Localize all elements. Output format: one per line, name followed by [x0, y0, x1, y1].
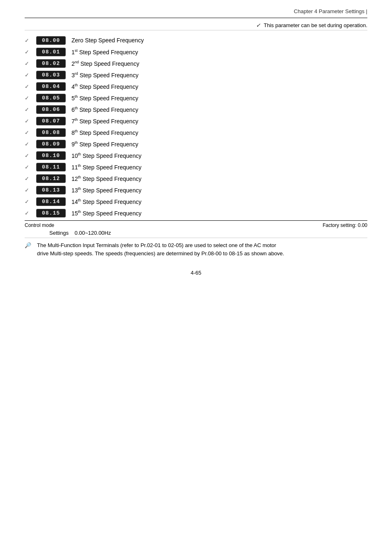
param-label-15: 15th Step Speed Frequency [71, 210, 367, 217]
note-block: 🔎 The Multi-Function Input Terminals (re… [25, 241, 367, 257]
checkmark-2: ✓ [25, 60, 36, 67]
note-icon: 🔎 [25, 241, 37, 250]
checkmark-10: ✓ [25, 153, 36, 159]
param-label-10: 10th Step Speed Frequency [71, 152, 367, 159]
param-label-0: Zero Step Speed Frequency [71, 37, 367, 44]
lcd-code-8: 08.08 [36, 128, 66, 137]
control-mode-label: Control mode [25, 222, 54, 228]
factory-setting: Factory setting: 0.00 [323, 222, 367, 228]
param-row-13: ✓08.1313th Step Speed Frequency [25, 184, 367, 196]
param-row-4: ✓08.044th Step Speed Frequency [25, 81, 367, 92]
param-row-10: ✓08.1010th Step Speed Frequency [25, 150, 367, 161]
settings-range: 0.00~120.00Hz [74, 230, 111, 236]
param-row-9: ✓08.099th Step Speed Frequency [25, 138, 367, 150]
lcd-code-15: 08.15 [36, 209, 66, 217]
lcd-code-0: 08.00 [36, 36, 66, 45]
settings-row: Settings 0.00~120.00Hz [25, 228, 367, 238]
lcd-code-4: 08.04 [36, 82, 66, 91]
param-label-5: 5th Step Speed Frequency [71, 95, 367, 102]
param-row-15: ✓08.1515th Step Speed Frequency [25, 207, 367, 219]
checkmark-8: ✓ [25, 130, 36, 136]
lcd-code-12: 08.12 [36, 174, 66, 183]
checkmark-14: ✓ [25, 199, 36, 205]
lcd-code-2: 08.02 [36, 59, 66, 68]
param-label-7: 7th Step Speed Frequency [71, 118, 367, 125]
param-label-8: 8th Step Speed Frequency [71, 129, 367, 136]
lcd-code-10: 08.10 [36, 151, 66, 160]
footer-row: Control mode Factory setting: 0.00 [25, 220, 367, 228]
lcd-code-7: 08.07 [36, 117, 66, 125]
param-row-6: ✓08.066th Step Speed Frequency [25, 104, 367, 115]
param-label-4: 4th Step Speed Frequency [71, 83, 367, 90]
lcd-code-9: 08.09 [36, 140, 66, 148]
param-row-14: ✓08.1414th Step Speed Frequency [25, 196, 367, 207]
param-list: ✓08.00Zero Step Speed Frequency✓08.011st… [25, 35, 367, 219]
param-row-11: ✓08.1111th Step Speed Frequency [25, 161, 367, 173]
checkmark-0: ✓ [25, 37, 36, 44]
param-label-6: 6th Step Speed Frequency [71, 106, 367, 113]
chapter-header: Chapter 4 Parameter Settings | [25, 8, 367, 18]
param-row-12: ✓08.1212th Step Speed Frequency [25, 173, 367, 184]
lcd-code-13: 08.13 [36, 186, 66, 194]
checkmark-15: ✓ [25, 210, 36, 216]
param-row-1: ✓08.011st Step Speed Frequency [25, 46, 367, 58]
param-label-14: 14th Step Speed Frequency [71, 198, 367, 205]
note-text: The Multi-Function Input Terminals (refe… [37, 241, 367, 257]
param-row-5: ✓08.055th Step Speed Frequency [25, 92, 367, 104]
checkmark-3: ✓ [25, 72, 36, 78]
param-row-7: ✓08.077th Step Speed Frequency [25, 115, 367, 127]
param-label-3: 3rd Step Speed Frequency [71, 72, 367, 79]
lcd-code-6: 08.06 [36, 105, 66, 114]
checkmark-5: ✓ [25, 95, 36, 101]
param-row-8: ✓08.088th Step Speed Frequency [25, 127, 367, 138]
param-row-2: ✓08.022nd Step Speed Frequency [25, 58, 367, 69]
settings-label: Settings [49, 230, 69, 236]
checkmark-11: ✓ [25, 164, 36, 170]
lcd-code-3: 08.03 [36, 71, 66, 79]
checkmark-1: ✓ [25, 49, 36, 55]
checkmark-7: ✓ [25, 118, 36, 124]
param-label-11: 11th Step Speed Frequency [71, 164, 367, 171]
checkmark-4: ✓ [25, 83, 36, 90]
lcd-code-1: 08.01 [36, 48, 66, 56]
param-row-0: ✓08.00Zero Step Speed Frequency [25, 35, 367, 46]
param-label-9: 9th Step Speed Frequency [71, 141, 367, 148]
param-row-3: ✓08.033rd Step Speed Frequency [25, 69, 367, 81]
lcd-code-5: 08.05 [36, 94, 66, 102]
param-label-12: 12th Step Speed Frequency [71, 175, 367, 182]
operation-note: This parameter can be set during operati… [25, 22, 367, 30]
page-number: 4-65 [25, 270, 367, 276]
checkmark-6: ✓ [25, 106, 36, 113]
checkmark-13: ✓ [25, 187, 36, 193]
param-label-1: 1st Step Speed Frequency [71, 49, 367, 56]
lcd-code-11: 08.11 [36, 163, 66, 171]
lcd-code-14: 08.14 [36, 197, 66, 206]
checkmark-12: ✓ [25, 176, 36, 182]
param-label-2: 2nd Step Speed Frequency [71, 60, 367, 67]
checkmark-9: ✓ [25, 141, 36, 147]
param-label-13: 13th Step Speed Frequency [71, 187, 367, 194]
